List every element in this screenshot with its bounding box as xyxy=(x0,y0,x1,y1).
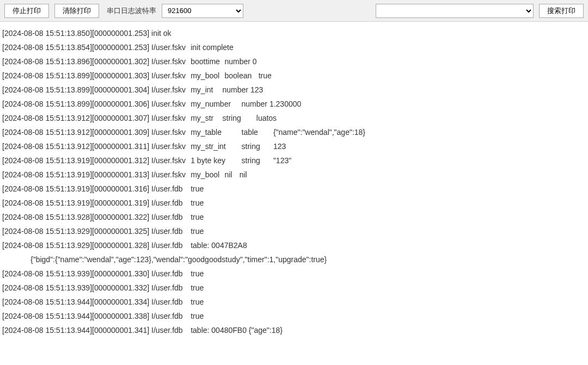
log-line: [2024-08-08 15:51:13.850][000000001.253]… xyxy=(2,26,586,40)
log-line: [2024-08-08 15:51:13.944][000000001.338]… xyxy=(2,309,586,323)
stop-print-button[interactable]: 停止打印 xyxy=(4,4,49,18)
log-line: {"bigd":{"name":"wendal","age":123},"wen… xyxy=(2,252,586,267)
log-line: [2024-08-08 15:51:13.912][000000001.309]… xyxy=(2,125,586,139)
log-line: [2024-08-08 15:51:13.919][000000001.313]… xyxy=(2,168,586,182)
baud-select[interactable]: 921600 xyxy=(162,4,243,18)
log-line: [2024-08-08 15:51:13.899][000000001.303]… xyxy=(2,69,586,83)
log-line: [2024-08-08 15:51:13.944][000000001.341]… xyxy=(2,323,586,337)
log-line: [2024-08-08 15:51:13.919][000000001.316]… xyxy=(2,182,586,196)
log-line: [2024-08-08 15:51:13.929][000000001.325]… xyxy=(2,224,586,238)
log-line: [2024-08-08 15:51:13.944][000000001.334]… xyxy=(2,295,586,309)
log-line: [2024-08-08 15:51:13.899][000000001.306]… xyxy=(2,97,586,111)
search-print-button[interactable]: 搜索打印 xyxy=(539,4,584,18)
log-line: [2024-08-08 15:51:13.939][000000001.330]… xyxy=(2,267,586,281)
log-line: [2024-08-08 15:51:13.854][000000001.253]… xyxy=(2,40,586,54)
log-line: [2024-08-08 15:51:13.939][000000001.332]… xyxy=(2,281,586,295)
log-line: [2024-08-08 15:51:13.929][000000001.328]… xyxy=(2,238,586,252)
baud-label: 串口日志波特率 xyxy=(107,6,156,16)
log-line: [2024-08-08 15:51:13.896][000000001.302]… xyxy=(2,54,586,69)
log-line: [2024-08-08 15:51:13.912][000000001.307]… xyxy=(2,111,586,125)
log-output[interactable]: [2024-08-08 15:51:13.850][000000001.253]… xyxy=(0,22,588,365)
log-line: [2024-08-08 15:51:13.919][000000001.319]… xyxy=(2,196,586,210)
log-line: [2024-08-08 15:51:13.919][000000001.312]… xyxy=(2,153,586,168)
search-select[interactable] xyxy=(376,4,534,18)
toolbar: 停止打印 清除打印 串口日志波特率 921600 搜索打印 xyxy=(0,0,588,22)
log-line: [2024-08-08 15:51:13.912][000000001.311]… xyxy=(2,139,586,153)
log-line: [2024-08-08 15:51:13.899][000000001.304]… xyxy=(2,83,586,97)
log-line: [2024-08-08 15:51:13.928][000000001.322]… xyxy=(2,210,586,224)
clear-print-button[interactable]: 清除打印 xyxy=(54,4,99,18)
